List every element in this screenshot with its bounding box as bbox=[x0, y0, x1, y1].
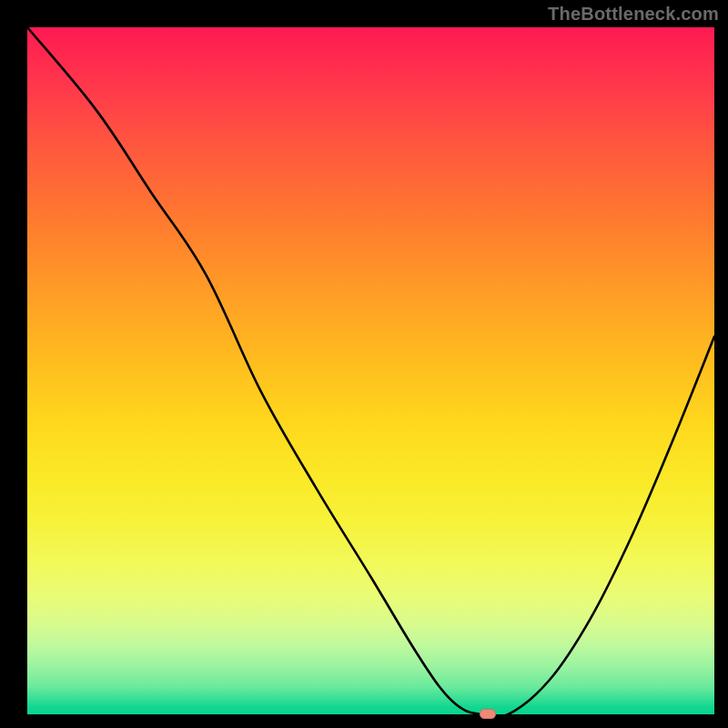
curve-path bbox=[27, 27, 714, 717]
dip-marker bbox=[480, 709, 496, 719]
plot-area bbox=[27, 27, 714, 714]
attribution-label: TheBottleneck.com bbox=[548, 4, 719, 25]
chart-frame: TheBottleneck.com bbox=[0, 0, 728, 728]
bottleneck-curve bbox=[27, 27, 714, 714]
